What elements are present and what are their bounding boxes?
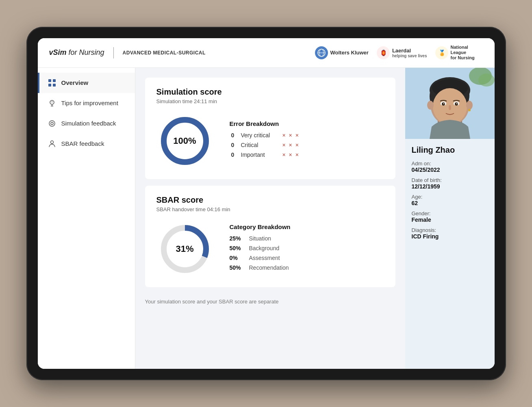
patient-age-value: 62	[412, 200, 488, 206]
svg-point-38	[456, 103, 457, 104]
category-breakdown-title: Category Breakdown	[230, 223, 384, 230]
wolters-kluwer-icon	[315, 46, 328, 59]
patient-age: Age: 62	[412, 194, 488, 206]
category-pct-2: 0%	[230, 255, 244, 261]
error-breakdown: Error Breakdown 0 Very critical × × × 0 …	[230, 120, 384, 161]
tips-label: Tips for improvement	[61, 100, 118, 106]
error-marks-0: × × ×	[282, 132, 300, 139]
sidebar-item-tips[interactable]: Tips for improvement	[38, 93, 135, 113]
patient-adm-label: Adm on:	[412, 160, 488, 167]
patient-dob: Date of birth: 12/12/1959	[412, 177, 488, 190]
svg-point-15	[52, 102, 52, 103]
tips-icon	[48, 99, 56, 108]
category-label-2: Assessment	[249, 255, 280, 261]
svg-point-37	[443, 103, 444, 104]
logo-divider	[113, 47, 114, 58]
sbar-score-card: SBAR score SBAR handover time 04:16 min …	[145, 186, 395, 287]
error-row-2: 0 Important × × ×	[230, 152, 384, 158]
main-content: Overview Tips for improvement	[38, 68, 495, 369]
sbar-score-title: SBAR score	[156, 195, 384, 205]
patient-adm: Adm on: 04/25/2022	[412, 160, 488, 173]
nln-icon: 🏅	[435, 46, 448, 59]
patient-dob-value: 12/12/1959	[412, 183, 488, 190]
sbar-feedback-label: SBAR feedback	[61, 140, 104, 147]
sim-score-subtitle: Simulation time 24:11 min	[156, 98, 384, 104]
svg-point-18	[50, 141, 53, 143]
brand-nln: 🏅 National Leaguefor Nursing	[435, 45, 483, 61]
patient-gender-label: Gender:	[412, 210, 488, 216]
brand-laerdal: 🏮 Laerdal helping save lives	[377, 46, 427, 59]
category-label-3: Recomendation	[249, 264, 289, 271]
sbar-score-label: 31%	[176, 244, 193, 254]
wolters-kluwer-label: Wolters Kluwer	[330, 50, 369, 56]
logo-text: vSim for Nursing	[49, 48, 104, 57]
patient-diagnosis-label: Diagnosis:	[412, 227, 488, 233]
sim-score-title: Simulation score	[156, 87, 384, 97]
error-count-2: 0	[230, 152, 236, 158]
error-row-1: 0 Critical × × ×	[230, 142, 384, 148]
brand-logos: Wolters Kluwer 🏮 Laerdal helping save li…	[315, 45, 483, 61]
category-label-0: Situation	[249, 235, 271, 242]
error-count-0: 0	[230, 132, 236, 139]
patient-info: Liling Zhao Adm on: 04/25/2022 Date of b…	[405, 139, 495, 250]
error-label-2: Important	[241, 152, 278, 158]
breakdown-title: Error Breakdown	[230, 120, 384, 127]
patient-gender-value: Female	[412, 216, 488, 223]
error-marks-1: × × ×	[282, 142, 300, 148]
svg-point-40	[466, 101, 473, 110]
tablet-frame: vSim for Nursing Advanced Medical-Surgic…	[26, 27, 506, 380]
svg-point-16	[49, 121, 55, 126]
patient-gender: Gender: Female	[412, 210, 488, 223]
patient-adm-value: 04/25/2022	[412, 167, 488, 173]
svg-rect-8	[53, 79, 56, 82]
sidebar-item-sbar-feedback[interactable]: SBAR feedback	[38, 134, 135, 154]
sbar-score-body: 31% Category Breakdown 25% Situation 50%	[156, 221, 384, 277]
svg-rect-9	[48, 84, 51, 87]
category-row-3: 50% Recomendation	[230, 264, 384, 271]
nln-label: National Leaguefor Nursing	[451, 45, 483, 61]
simulation-score-card: Simulation score Simulation time 24:11 m…	[145, 78, 395, 179]
category-breakdown: Category Breakdown 25% Situation 50% Bac…	[230, 223, 384, 274]
score-note: Your simulation score and your SBAR scor…	[145, 294, 395, 305]
svg-point-41	[468, 109, 471, 111]
svg-rect-7	[48, 79, 51, 82]
patient-diagnosis-value: ICD Firing	[412, 233, 488, 240]
laerdal-icon: 🏮	[377, 46, 390, 59]
content-panel: Simulation score Simulation time 24:11 m…	[135, 68, 405, 369]
category-row-2: 0% Assessment	[230, 255, 384, 261]
sidebar-item-overview[interactable]: Overview	[38, 73, 135, 93]
patient-diagnosis: Diagnosis: ICD Firing	[412, 227, 488, 240]
error-row-0: 0 Very critical × × ×	[230, 132, 384, 139]
category-pct-0: 25%	[230, 235, 244, 242]
category-pct-3: 50%	[230, 264, 244, 271]
category-row-1: 50% Background	[230, 245, 384, 251]
svg-point-25	[478, 74, 495, 87]
patient-name: Liling Zhao	[412, 145, 488, 155]
svg-text:🏅: 🏅	[438, 50, 445, 56]
patient-photo	[405, 68, 495, 139]
svg-point-39	[427, 101, 434, 110]
sidebar: Overview Tips for improvement	[38, 68, 135, 369]
sbar-feedback-icon	[48, 139, 56, 148]
category-label-1: Background	[249, 245, 280, 251]
category-row-0: 25% Situation	[230, 235, 384, 242]
sidebar-item-sim-feedback[interactable]: Simulation feedback	[38, 113, 135, 134]
logo-subtitle: Advanced Medical-Surgical	[123, 50, 206, 56]
svg-point-17	[51, 122, 53, 125]
laerdal-label: Laerdal helping save lives	[392, 48, 427, 58]
logo-area: vSim for Nursing Advanced Medical-Surgic…	[49, 47, 206, 58]
patient-dob-label: Date of birth:	[412, 177, 488, 183]
sim-score-body: 100% Error Breakdown 0 Very critical × ×…	[156, 113, 384, 169]
svg-point-11	[50, 100, 54, 104]
patient-panel: Liling Zhao Adm on: 04/25/2022 Date of b…	[405, 68, 495, 369]
error-marks-2: × × ×	[282, 152, 300, 158]
sbar-donut: 31%	[156, 221, 213, 277]
brand-wolters-kluwer: Wolters Kluwer	[315, 46, 369, 59]
error-label-0: Very critical	[241, 132, 278, 139]
overview-label: Overview	[61, 79, 89, 86]
sim-feedback-label: Simulation feedback	[61, 120, 116, 127]
sim-score-label: 100%	[173, 136, 196, 146]
sbar-score-subtitle: SBAR handover time 04:16 min	[156, 206, 384, 212]
patient-age-label: Age:	[412, 194, 488, 200]
error-label-1: Critical	[241, 142, 278, 148]
